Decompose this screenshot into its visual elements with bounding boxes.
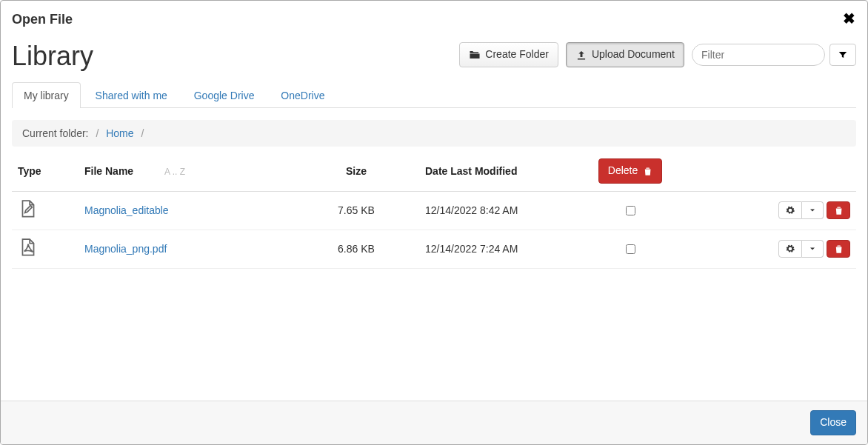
file-name-link[interactable]: Magnolia_editable — [84, 204, 169, 216]
file-edit-icon — [18, 199, 39, 220]
breadcrumb-sep: / — [91, 127, 103, 139]
tab-label: Shared with me — [96, 90, 167, 101]
col-type[interactable]: Type — [12, 151, 79, 191]
tab-onedrive[interactable]: OneDrive — [269, 82, 336, 108]
close-button[interactable]: Close — [810, 410, 856, 435]
tab-label: OneDrive — [281, 90, 324, 101]
col-actions — [678, 151, 856, 191]
tab-shared-with-me[interactable]: Shared with me — [84, 82, 179, 108]
filter-icon — [838, 50, 848, 60]
delete-selected-button[interactable]: Delete — [598, 158, 662, 184]
table-row: Magnolia_png.pdf6.86 KB12/14/2022 7:24 A… — [12, 230, 856, 268]
row-settings-dropdown[interactable] — [802, 240, 824, 258]
table-row: Magnolia_editable7.65 KB12/14/2022 8:42 … — [12, 191, 856, 230]
dialog-title: Open File — [12, 12, 73, 27]
delete-label: Delete — [608, 164, 638, 178]
tabs: My library Shared with me Google Drive O… — [12, 82, 856, 108]
col-modified[interactable]: Date Last Modified — [419, 151, 582, 191]
upload-icon — [575, 49, 587, 61]
folder-icon — [469, 49, 481, 61]
breadcrumb-sep: / — [136, 127, 148, 139]
tab-label: Google Drive — [194, 90, 255, 101]
file-modified: 12/14/2022 8:42 AM — [419, 191, 582, 230]
col-filename[interactable]: File Name A .. Z — [79, 151, 293, 191]
tab-my-library[interactable]: My library — [12, 82, 81, 108]
file-table: Type File Name A .. Z Size Date Last Mod… — [12, 151, 856, 269]
file-modified: 12/14/2022 7:24 AM — [419, 230, 582, 268]
col-size[interactable]: Size — [293, 151, 419, 191]
select-row-checkbox[interactable] — [626, 206, 635, 215]
trash-icon — [833, 244, 844, 254]
page-title: Library — [12, 41, 93, 72]
row-settings-button[interactable] — [778, 201, 802, 219]
col-filename-label: File Name — [84, 165, 133, 177]
row-settings-button[interactable] — [778, 240, 802, 258]
tab-label: My library — [24, 90, 69, 101]
row-delete-button[interactable] — [827, 240, 850, 258]
gear-icon — [785, 205, 795, 215]
breadcrumb-home[interactable]: Home — [106, 127, 133, 139]
select-row-checkbox[interactable] — [626, 244, 635, 254]
breadcrumb-prefix: Current folder: — [22, 127, 88, 139]
file-name-link[interactable]: Magnolia_png.pdf — [84, 243, 167, 255]
breadcrumb: Current folder: / Home / — [12, 120, 856, 147]
create-folder-label: Create Folder — [485, 47, 549, 62]
trash-icon — [642, 166, 652, 176]
sort-indicator: A .. Z — [136, 167, 185, 177]
create-folder-button[interactable]: Create Folder — [459, 42, 558, 67]
tab-google-drive[interactable]: Google Drive — [182, 82, 267, 108]
upload-document-label: Upload Document — [592, 47, 675, 62]
filter-button[interactable] — [829, 44, 856, 66]
row-delete-button[interactable] — [827, 201, 850, 219]
row-settings-dropdown[interactable] — [802, 201, 824, 219]
close-icon[interactable]: ✖ — [843, 10, 855, 27]
file-pdf-icon — [18, 238, 39, 258]
col-delete: Delete — [582, 151, 678, 191]
chevron-down-icon — [808, 206, 817, 215]
gear-icon — [785, 244, 795, 254]
upload-document-button[interactable]: Upload Document — [566, 42, 684, 67]
file-size: 7.65 KB — [293, 191, 419, 230]
chevron-down-icon — [808, 244, 817, 253]
filter-input[interactable] — [692, 44, 825, 66]
trash-icon — [833, 205, 844, 215]
file-size: 6.86 KB — [293, 230, 419, 268]
